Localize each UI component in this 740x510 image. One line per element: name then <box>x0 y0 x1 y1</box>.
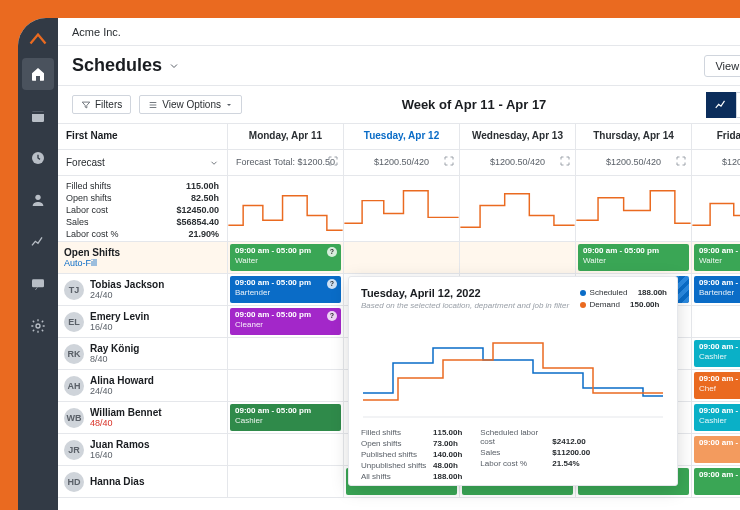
nav-settings-icon[interactable] <box>22 310 54 342</box>
info-icon[interactable]: ? <box>327 311 337 321</box>
page-title[interactable]: Schedules <box>72 55 180 76</box>
avatar: RK <box>64 344 84 364</box>
page-header: Schedules View Fo <box>58 46 740 86</box>
view-options-button[interactable]: View Options <box>139 95 242 114</box>
main-area: Acme Inc. Schedules View Fo Filters View… <box>58 18 740 510</box>
day-header-row: First Name Monday, Apr 11 Tuesday, Apr 1… <box>58 124 740 150</box>
nav-chat-icon[interactable] <box>22 268 54 300</box>
sparkline-cell <box>344 176 460 241</box>
week-range-label: Week of Apr 11 - Apr 17 <box>250 97 698 112</box>
filters-button[interactable]: Filters <box>72 95 131 114</box>
avatar: AH <box>64 376 84 396</box>
employee-cell[interactable]: HDHanna Dias <box>58 466 228 497</box>
forecast-total-cell: Forecast Total: $1200.50 <box>228 150 344 175</box>
shift-block[interactable]: 09:00 am - 05:00 pm <box>694 436 740 463</box>
info-icon[interactable]: ? <box>327 279 337 289</box>
chevron-down-icon <box>168 60 180 72</box>
avatar: TJ <box>64 280 84 300</box>
shift-block[interactable]: 09:00 am - 05:00 pmCleaner? <box>230 308 341 335</box>
employee-cell[interactable]: JRJuan Ramos16/40 <box>58 434 228 465</box>
first-column-header[interactable]: First Name <box>58 124 228 149</box>
day-thu[interactable]: Thursday, Apr 14 <box>576 124 692 149</box>
sparkline-cell <box>576 176 692 241</box>
app-logo <box>29 30 47 48</box>
chevron-down-icon <box>209 158 219 168</box>
shift-block[interactable]: 09:00 am - 05:00 pm <box>694 468 740 495</box>
shift-block[interactable]: 09:00 am - 05:00 pmBartender <box>694 276 740 303</box>
legend-dot-demand <box>580 302 586 308</box>
day-mon[interactable]: Monday, Apr 11 <box>228 124 344 149</box>
avatar: EL <box>64 312 84 332</box>
day-tue[interactable]: Tuesday, Apr 12 <box>344 124 460 149</box>
expand-icon[interactable] <box>559 155 571 167</box>
employee-cell[interactable]: TJTobias Jackson24/40 <box>58 274 228 305</box>
forecast-row: Forecast Forecast Total: $1200.50 $1200.… <box>58 150 740 176</box>
shift-block[interactable]: 09:00 am - 05:00 pmCashier <box>694 340 740 367</box>
employee-cell[interactable]: WBWilliam Bennet48/40 <box>58 402 228 433</box>
shift-block[interactable]: 09:00 am - 05:00 pmWaiter <box>578 244 689 271</box>
expand-icon[interactable] <box>675 155 687 167</box>
avatar: HD <box>64 472 84 492</box>
shift-block[interactable]: 09:00 am - 05:00 pmWaiter <box>694 244 740 271</box>
autofill-link[interactable]: Auto-Fill <box>64 258 97 268</box>
forecast-cell: $1200.50/420 <box>460 150 576 175</box>
employee-cell[interactable]: ELEmery Levin16/40 <box>58 306 228 337</box>
popover-chart <box>361 318 665 418</box>
nav-calendar-icon[interactable] <box>22 100 54 132</box>
breadcrumb: Acme Inc. <box>58 18 740 46</box>
sparkline-cell <box>460 176 576 241</box>
info-icon[interactable]: ? <box>327 247 337 257</box>
forecast-stats: Filled shifts115.00h Open shifts82.50h L… <box>58 176 228 241</box>
view-people-button[interactable] <box>736 92 740 118</box>
avatar: JR <box>64 440 84 460</box>
view-toggle <box>706 92 740 118</box>
shift-block[interactable]: 09:00 am - 05:00 pmBartender? <box>230 276 341 303</box>
svg-point-5 <box>36 324 40 328</box>
shift-block[interactable]: 09:00 am - 05:00 pmWaiter? <box>230 244 341 271</box>
svg-rect-4 <box>32 279 44 287</box>
employee-cell[interactable]: RKRay König8/40 <box>58 338 228 369</box>
avatar: WB <box>64 408 84 428</box>
shift-block[interactable]: 09:00 am - 05:00 pmCashier <box>230 404 341 431</box>
forecast-selector[interactable]: Forecast <box>58 150 228 175</box>
nav-user-icon[interactable] <box>22 184 54 216</box>
svg-rect-1 <box>32 111 44 114</box>
shift-block[interactable]: 09:00 am - 05:00 pmChef? <box>694 372 740 399</box>
legend-dot-scheduled <box>580 290 586 296</box>
nav-analytics-icon[interactable] <box>22 226 54 258</box>
nav-clock-icon[interactable] <box>22 142 54 174</box>
filter-icon <box>81 100 91 110</box>
forecast-cell: $1200.50/420 <box>692 150 740 175</box>
expand-icon[interactable] <box>443 155 455 167</box>
forecast-cell: $1200.50/420 <box>576 150 692 175</box>
caret-down-icon <box>225 101 233 109</box>
view-forecast-button[interactable]: View Fo <box>704 55 740 77</box>
list-icon <box>148 100 158 110</box>
open-shifts-row: Open Shifts Auto-Fill 09:00 am - 05:00 p… <box>58 242 740 274</box>
sparkline-row: Filled shifts115.00h Open shifts82.50h L… <box>58 176 740 242</box>
breadcrumb-text: Acme Inc. <box>72 26 121 38</box>
view-chart-button[interactable] <box>706 92 736 118</box>
open-shifts-label: Open Shifts Auto-Fill <box>58 242 228 273</box>
day-fri[interactable]: Friday, Apr 15 <box>692 124 740 149</box>
forecast-cell: $1200.50/420 <box>344 150 460 175</box>
svg-point-3 <box>35 195 40 200</box>
toolbar: Filters View Options Week of Apr 11 - Ap… <box>58 86 740 124</box>
day-detail-popover: Tuesday, April 12, 2022 Based on the sel… <box>348 276 678 486</box>
shift-block[interactable]: 09:00 am - 05:00 pmCashier <box>694 404 740 431</box>
sparkline-cell <box>692 176 740 241</box>
nav-home-icon[interactable] <box>22 58 54 90</box>
popover-legend: Scheduled 188.00h Demand 150.00h <box>580 287 667 311</box>
expand-icon[interactable] <box>327 155 339 167</box>
sparkline-cell <box>228 176 344 241</box>
day-wed[interactable]: Wednesday, Apr 13 <box>460 124 576 149</box>
app-sidebar <box>18 18 58 510</box>
tablet-frame: Acme Inc. Schedules View Fo Filters View… <box>18 18 740 510</box>
popover-stats: Filled shifts115.00h Open shifts73.00h P… <box>361 428 665 481</box>
employee-cell[interactable]: AHAlina Howard24/40 <box>58 370 228 401</box>
